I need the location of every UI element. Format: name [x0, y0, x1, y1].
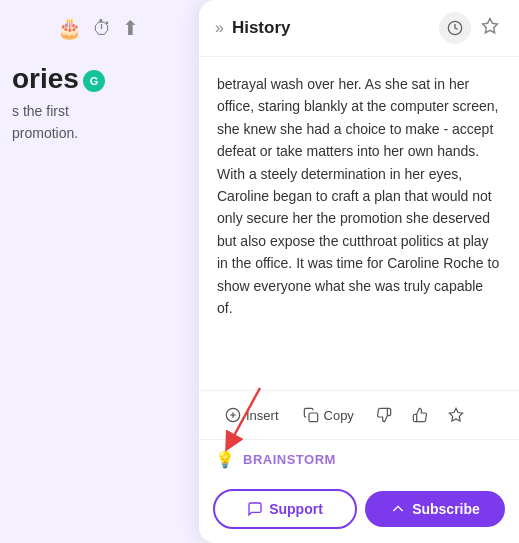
dislike-button[interactable]	[368, 401, 400, 429]
brainstorm-icon: 💡	[215, 450, 235, 469]
header-right	[439, 12, 503, 44]
svg-marker-6	[449, 408, 462, 421]
panel-title: History	[232, 18, 291, 38]
cake-icon[interactable]: 🎂	[57, 16, 82, 40]
svg-marker-1	[483, 18, 498, 32]
left-panel: 🎂 ⏱ ⬆ oriesG s the first promotion.	[0, 0, 195, 543]
action-bar: Insert Copy	[199, 390, 519, 439]
clock-button[interactable]	[439, 12, 471, 44]
insert-button[interactable]: Insert	[215, 401, 289, 429]
left-title: oriesG	[12, 64, 183, 95]
up-arrow-icon[interactable]: ⬆	[122, 16, 139, 40]
left-promo: promotion.	[12, 125, 183, 141]
left-subtitle: s the first	[12, 103, 183, 119]
header-left: » History	[215, 18, 290, 38]
copy-label: Copy	[324, 408, 354, 423]
insert-label: Insert	[246, 408, 279, 423]
bottom-bar: Support Subscribe	[199, 479, 519, 543]
right-panel: » History betrayal wash over her. As she…	[199, 0, 519, 543]
history-text: betrayal wash over her. As she sat in he…	[217, 73, 501, 319]
panel-content: betrayal wash over her. As she sat in he…	[199, 57, 519, 390]
history-clock-icon[interactable]: ⏱	[92, 17, 112, 40]
collapse-icon[interactable]: »	[215, 19, 224, 37]
panel-header: » History	[199, 0, 519, 57]
star-button[interactable]	[477, 13, 503, 44]
brainstorm-label: BRAINSTORM	[243, 452, 336, 467]
grammarly-badge: G	[83, 70, 105, 92]
support-button[interactable]: Support	[213, 489, 357, 529]
save-star-button[interactable]	[440, 401, 472, 429]
copy-button[interactable]: Copy	[293, 401, 364, 429]
support-label: Support	[269, 501, 323, 517]
subscribe-label: Subscribe	[412, 501, 480, 517]
brainstorm-bar[interactable]: 💡 BRAINSTORM	[199, 439, 519, 479]
svg-rect-5	[309, 413, 318, 422]
left-top-icons: 🎂 ⏱ ⬆	[12, 16, 183, 40]
subscribe-button[interactable]: Subscribe	[365, 491, 505, 527]
like-button[interactable]	[404, 401, 436, 429]
